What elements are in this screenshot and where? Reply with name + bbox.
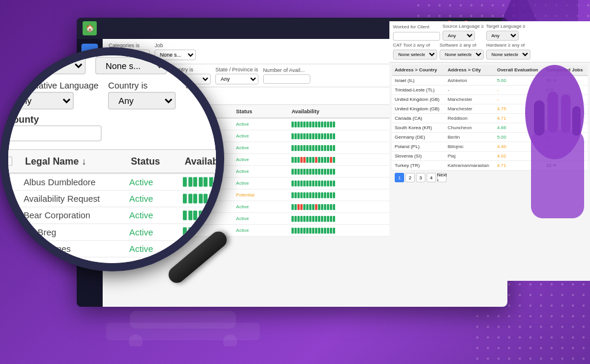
- right-col-country[interactable]: Address > Country: [392, 65, 445, 76]
- svg-rect-3: [548, 91, 558, 133]
- bar-segment: [327, 133, 329, 139]
- availability-bars: [291, 145, 395, 151]
- bar-segment: [306, 228, 309, 234]
- bar-segment: [333, 169, 335, 175]
- row-availability: [288, 201, 399, 213]
- bar-segment: [309, 145, 312, 151]
- worked-for-client-group: Worked for Client: [393, 24, 440, 41]
- bar-segment: [303, 145, 306, 151]
- country-select[interactable]: Any: [169, 74, 211, 84]
- bar-segment: [297, 157, 300, 163]
- bar-segment: [318, 133, 320, 139]
- sidebar-item-finance[interactable]: $: [80, 112, 99, 131]
- sidebar-item-resources[interactable]: 👥: [80, 67, 99, 86]
- bar-segment: [291, 145, 294, 151]
- svg-rect-7: [130, 311, 236, 329]
- bar-segment: [312, 122, 314, 127]
- col-availability[interactable]: Availability: [288, 105, 399, 118]
- bar-segment: [300, 181, 303, 186]
- page-next-button[interactable]: Next ›: [437, 173, 447, 182]
- svg-rect-5: [572, 106, 581, 136]
- bar-segment: [303, 133, 306, 139]
- worked-for-client-label: Worked for Client: [393, 24, 440, 29]
- page-4-button[interactable]: 4: [427, 173, 436, 182]
- target-language-group: Target Language ≥ Any: [486, 24, 526, 41]
- bar-segment: [294, 216, 297, 222]
- row-legal-name: Draco Malfoy: [116, 225, 232, 237]
- bar-segment: [327, 228, 329, 234]
- bar-segment: [297, 204, 300, 210]
- right-row-country: Germany (DE): [392, 133, 445, 142]
- bar-segment: [333, 145, 335, 151]
- bar-segment: [330, 145, 332, 151]
- bar-segment: [300, 216, 303, 222]
- sidebar-item-vendors[interactable]: 🏢: [80, 90, 99, 109]
- bar-segment: [330, 133, 332, 139]
- right-row-country: Israel (IL): [392, 76, 445, 86]
- native-language-filter: get as Native Language Any: [109, 67, 165, 84]
- svg-rect-4: [561, 94, 571, 133]
- target-language-select[interactable]: Any: [486, 31, 519, 41]
- country-label: Country is: [169, 67, 211, 73]
- source-language-select[interactable]: Any: [442, 31, 475, 41]
- row-checkbox[interactable]: [106, 168, 113, 175]
- bar-segment: [300, 192, 303, 198]
- target-language-label: Target Language ≥: [486, 24, 526, 29]
- number-available-input[interactable]: [263, 74, 310, 84]
- state-select[interactable]: Any: [215, 74, 258, 84]
- row-checkbox[interactable]: [106, 133, 113, 139]
- row-checkbox[interactable]: [106, 227, 113, 234]
- bar-segment: [297, 181, 300, 186]
- native-language-select[interactable]: Any: [109, 74, 165, 84]
- page-3-button[interactable]: 3: [416, 173, 425, 182]
- bar-segment: [321, 133, 323, 139]
- cat-tool-select[interactable]: None selected: [393, 50, 437, 60]
- row-status: Active: [232, 166, 288, 178]
- bar-segment: [330, 204, 332, 210]
- availability-bars: [291, 133, 395, 139]
- right-row-country: Trinidad-Leste (TL): [392, 86, 445, 95]
- page-1-button[interactable]: 1: [395, 173, 404, 182]
- row-legal-name: Bear Corporation: [116, 142, 232, 154]
- sidebar-item-pricing[interactable]: 💲: [80, 135, 99, 153]
- categories-select[interactable]: Any: [109, 50, 150, 60]
- bar-segment: [312, 228, 314, 234]
- bar-segment: [306, 145, 309, 151]
- add-resource-button[interactable]: + Add R...: [109, 91, 143, 101]
- row-checkbox[interactable]: [106, 180, 113, 186]
- bar-segment: [297, 145, 300, 151]
- bar-segment: [309, 192, 312, 198]
- bar-segment: [321, 228, 323, 234]
- row-legal-name: Carry Jones: [116, 166, 232, 178]
- bar-segment: [297, 192, 300, 198]
- row-checkbox[interactable]: [106, 204, 113, 210]
- bar-segment: [327, 192, 329, 198]
- availability-bars: [291, 228, 395, 234]
- bar-segment: [309, 157, 312, 163]
- col-legal-name[interactable]: Legal Name ↓: [116, 105, 232, 118]
- row-checkbox[interactable]: [106, 156, 113, 163]
- worked-for-client-input[interactable]: [393, 32, 440, 41]
- bar-segment: [315, 204, 317, 210]
- col-status[interactable]: Status: [232, 105, 288, 118]
- bar-segment: [324, 216, 326, 222]
- bar-segment: [291, 157, 294, 163]
- bar-segment: [333, 133, 335, 139]
- row-checkbox[interactable]: [106, 192, 113, 198]
- row-checkbox[interactable]: [106, 145, 113, 151]
- job-select[interactable]: None s...: [155, 50, 196, 60]
- row-checkbox[interactable]: [106, 121, 113, 127]
- job-filter: Job None s...: [155, 42, 196, 60]
- bar-segment: [300, 169, 303, 175]
- bar-segment: [327, 157, 329, 163]
- bar-segment: [318, 122, 320, 127]
- bar-segment: [315, 157, 317, 163]
- row-checkbox[interactable]: [106, 215, 113, 222]
- home-icon[interactable]: 🏠: [83, 21, 97, 35]
- row-status: Active: [232, 130, 288, 142]
- bar-segment: [312, 133, 314, 139]
- page-2-button[interactable]: 2: [405, 173, 415, 182]
- categories-label: Categories is: [109, 42, 150, 48]
- row-status: Active: [232, 225, 288, 237]
- bar-segment: [303, 157, 306, 163]
